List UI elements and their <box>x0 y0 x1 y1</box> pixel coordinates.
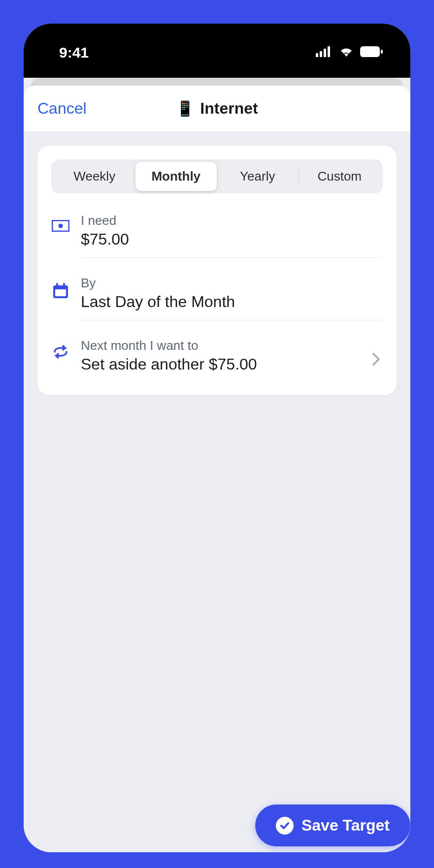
repeat-icon <box>51 338 70 359</box>
calendar-icon <box>51 276 70 299</box>
status-icons <box>316 46 383 59</box>
save-target-button[interactable]: Save Target <box>255 805 410 846</box>
money-icon <box>51 213 70 232</box>
modal-sheet: Cancel 📱 Internet Weekly Monthly Yearly … <box>24 86 410 852</box>
cellular-icon <box>316 46 333 59</box>
status-time: 9:41 <box>59 44 89 61</box>
svg-point-7 <box>59 224 63 228</box>
svg-rect-9 <box>55 289 66 296</box>
svg-rect-11 <box>63 283 65 287</box>
by-label: By <box>81 276 383 291</box>
svg-rect-3 <box>328 46 330 57</box>
svg-rect-1 <box>320 51 322 57</box>
amount-label: I need <box>81 213 383 228</box>
svg-rect-0 <box>316 53 318 57</box>
svg-rect-4 <box>360 46 380 57</box>
battery-icon <box>360 46 383 59</box>
row-next-month[interactable]: Next month I want to Set aside another $… <box>37 329 397 391</box>
svg-rect-5 <box>381 50 383 54</box>
page-title: Internet <box>200 99 258 118</box>
sheet-content: Weekly Monthly Yearly Custom I need $75.… <box>24 132 410 852</box>
row-amount[interactable]: I need $75.00 <box>37 204 397 267</box>
row-by-date[interactable]: By Last Day of the Month <box>37 267 397 329</box>
check-circle-icon <box>276 817 294 835</box>
svg-rect-10 <box>56 283 58 287</box>
svg-rect-2 <box>324 49 326 57</box>
status-bar: 9:41 <box>24 24 410 78</box>
segment-weekly[interactable]: Weekly <box>54 162 135 191</box>
header-title-group: 📱 Internet <box>176 99 258 118</box>
chevron-right-icon <box>372 352 381 368</box>
segment-custom[interactable]: Custom <box>299 162 381 191</box>
category-emoji-icon: 📱 <box>176 100 194 117</box>
target-card: Weekly Monthly Yearly Custom I need $75.… <box>37 146 397 395</box>
segment-yearly[interactable]: Yearly <box>217 162 299 191</box>
save-target-label: Save Target <box>301 816 390 835</box>
next-label: Next month I want to <box>81 338 383 353</box>
device-frame: 9:41 Cancel 📱 Internet <box>10 10 424 866</box>
sheet-header: Cancel 📱 Internet <box>24 86 410 132</box>
screen: 9:41 Cancel 📱 Internet <box>24 24 410 852</box>
segment-monthly[interactable]: Monthly <box>135 162 217 191</box>
cancel-button[interactable]: Cancel <box>37 99 87 118</box>
amount-value: $75.00 <box>81 230 383 248</box>
wifi-icon <box>338 46 354 59</box>
next-value: Set aside another $75.00 <box>81 355 383 373</box>
by-value: Last Day of the Month <box>81 293 383 311</box>
frequency-segmented-control: Weekly Monthly Yearly Custom <box>51 159 383 193</box>
